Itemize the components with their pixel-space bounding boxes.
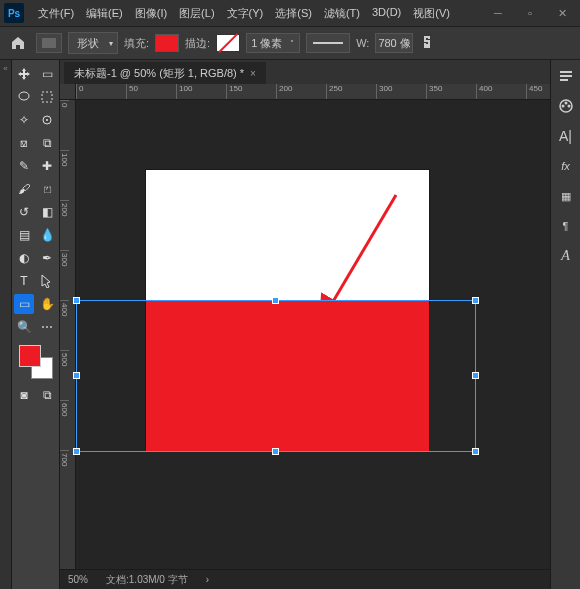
zoom-level[interactable]: 50% [68, 574, 88, 585]
stroke-label: 描边: [185, 36, 210, 51]
frame-tool[interactable]: ⧉ [37, 133, 57, 153]
properties-panel-icon[interactable] [556, 66, 576, 86]
lasso-tool[interactable] [14, 87, 34, 107]
blur-tool[interactable]: 💧 [37, 225, 57, 245]
shape-preview[interactable] [36, 33, 62, 53]
color-swatches[interactable] [19, 345, 53, 379]
heal-tool[interactable]: ✚ [37, 156, 57, 176]
wand-tool[interactable]: ✧ [14, 110, 34, 130]
menu-layer[interactable]: 图层(L) [173, 2, 220, 25]
menu-view[interactable]: 视图(V) [407, 2, 456, 25]
fill-swatch[interactable] [155, 34, 179, 52]
stroke-size-field[interactable]: ˅ [246, 33, 300, 53]
stroke-size-input [247, 37, 287, 49]
fill-label: 填充: [124, 36, 149, 51]
dodge-tool[interactable]: ◐ [14, 248, 34, 268]
canvas[interactable] [76, 100, 550, 569]
color-panel-icon[interactable] [556, 96, 576, 116]
handle-br[interactable] [472, 448, 479, 455]
ps-logo: Ps [4, 3, 24, 23]
path-select-tool[interactable] [37, 271, 57, 291]
rectangle-shape[interactable] [146, 300, 429, 452]
character-panel-icon[interactable]: A| [556, 126, 576, 146]
svg-point-10 [567, 105, 570, 108]
history-brush-tool[interactable]: ↺ [14, 202, 34, 222]
ruler-vertical[interactable]: 0100 200300 400500 600700 [60, 100, 76, 569]
svg-point-9 [564, 102, 567, 105]
status-expand-icon[interactable]: › [206, 574, 209, 585]
edit-toolbar[interactable]: ⋯ [37, 317, 57, 337]
options-bar: 形状 填充: 描边: ˅ W: [0, 26, 580, 60]
chain-icon[interactable] [421, 35, 433, 51]
brush-tool[interactable]: 🖌 [14, 179, 34, 199]
menu-edit[interactable]: 编辑(E) [80, 2, 129, 25]
handle-tr[interactable] [472, 297, 479, 304]
styles-panel-icon[interactable]: fx [556, 156, 576, 176]
toolbox-collapse[interactable]: « [0, 60, 12, 589]
doc-size[interactable]: 文档:1.03M/0 字节 [106, 573, 188, 587]
menu-file[interactable]: 文件(F) [32, 2, 80, 25]
stamp-tool[interactable]: ⏍ [37, 179, 57, 199]
document-tab[interactable]: 未标题-1 @ 50% (矩形 1, RGB/8) * × [64, 62, 266, 84]
close-button[interactable]: ✕ [548, 3, 576, 23]
crop-tool[interactable]: ⟏ [14, 133, 34, 153]
svg-point-11 [561, 105, 564, 108]
ruler-corner [60, 84, 76, 100]
quickmask-tool[interactable]: ◙ [14, 385, 34, 405]
right-panels: A| fx ▦ ¶ A [550, 60, 580, 589]
screenmode-tool[interactable]: ⧉ [37, 385, 57, 405]
svg-rect-1 [42, 92, 52, 102]
stroke-style-select[interactable] [306, 33, 350, 53]
main-menu: 文件(F) 编辑(E) 图像(I) 图层(L) 文字(Y) 选择(S) 滤镜(T… [32, 2, 456, 25]
swatches-panel-icon[interactable]: ▦ [556, 186, 576, 206]
handle-mr[interactable] [472, 372, 479, 379]
glyphs-panel-icon[interactable]: A [556, 246, 576, 266]
gradient-tool[interactable]: ▤ [14, 225, 34, 245]
width-label: W: [356, 37, 369, 49]
stroke-swatch[interactable] [216, 34, 240, 52]
minimize-button[interactable]: ─ [484, 3, 512, 23]
status-bar: 50% 文档:1.03M/0 字节 › [60, 569, 550, 589]
artboard-tool[interactable]: ▭ [37, 64, 57, 84]
toolbox: ▭ ✧ ⟏ ⧉ ✎ ✚ 🖌 ⏍ ↺ ◧ ▤ 💧 ◐ ✒ T ▭ ✋ [12, 60, 60, 589]
text-tool[interactable]: T [14, 271, 34, 291]
shape-mode-select[interactable]: 形状 [68, 32, 118, 54]
menu-image[interactable]: 图像(I) [129, 2, 173, 25]
ruler-horizontal[interactable]: 050 100150 200250 300350 400450 500550 6… [76, 84, 550, 100]
foreground-color[interactable] [19, 345, 41, 367]
title-bar: Ps 文件(F) 编辑(E) 图像(I) 图层(L) 文字(Y) 选择(S) 滤… [0, 0, 580, 26]
svg-rect-6 [560, 75, 572, 77]
svg-rect-7 [560, 79, 568, 81]
quickselect-tool[interactable] [37, 110, 57, 130]
svg-point-3 [46, 119, 48, 121]
marquee-tool[interactable] [37, 87, 57, 107]
hand-tool[interactable]: ✋ [37, 294, 57, 314]
eraser-tool[interactable]: ◧ [37, 202, 57, 222]
eyedropper-tool[interactable]: ✎ [14, 156, 34, 176]
menu-type[interactable]: 文字(Y) [221, 2, 270, 25]
menu-3d[interactable]: 3D(D) [366, 2, 407, 25]
svg-point-0 [19, 92, 29, 100]
menu-select[interactable]: 选择(S) [269, 2, 318, 25]
menu-filter[interactable]: 滤镜(T) [318, 2, 366, 25]
tab-close-icon[interactable]: × [250, 68, 256, 79]
maximize-button[interactable]: ▫ [516, 3, 544, 23]
zoom-tool[interactable]: 🔍 [14, 317, 34, 337]
paragraph-panel-icon[interactable]: ¶ [556, 216, 576, 236]
home-icon[interactable] [6, 31, 30, 55]
move-tool[interactable] [14, 64, 34, 84]
svg-rect-5 [560, 71, 572, 73]
rectangle-tool[interactable]: ▭ [14, 294, 34, 314]
width-input[interactable] [375, 33, 413, 53]
document-tabs: 未标题-1 @ 50% (矩形 1, RGB/8) * × [60, 60, 550, 84]
pen-tool[interactable]: ✒ [37, 248, 57, 268]
tab-title: 未标题-1 @ 50% (矩形 1, RGB/8) * [74, 66, 244, 81]
